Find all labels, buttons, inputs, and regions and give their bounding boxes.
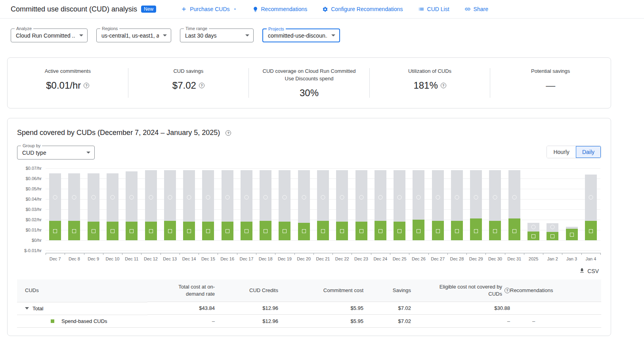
circle-marker [397, 195, 402, 199]
help-icon[interactable]: ? [225, 130, 231, 136]
cud-list-button[interactable]: CUD List [418, 6, 449, 12]
bar-dec-19[interactable] [279, 170, 290, 240]
purchase-cuds-button[interactable]: Purchase CUDs [181, 6, 237, 12]
projects-select[interactable]: Projects committed-use-discoun... [262, 28, 340, 42]
x-axis-tick [428, 253, 429, 255]
bar-dec-20[interactable] [298, 170, 310, 240]
x-axis-tick [237, 253, 237, 255]
circle-marker [72, 195, 76, 199]
chevron-down-icon [163, 34, 167, 36]
regions-select[interactable]: Regions us-central1, us-east1, a... [96, 28, 171, 42]
link-icon [464, 6, 471, 12]
help-icon[interactable]: ? [441, 83, 446, 88]
bar-dec-18[interactable] [260, 170, 271, 240]
download-csv-button[interactable]: CSV [577, 266, 601, 276]
column-cud-credits: CUD Credits [215, 279, 278, 302]
daily-toggle-button[interactable]: Daily [576, 146, 601, 158]
download-icon [579, 268, 585, 275]
cud-breakdown-table: CUDs Total cost at on-demand rate CUD Cr… [17, 279, 601, 328]
bar-dec-9[interactable] [88, 173, 99, 240]
bar-dec-23[interactable] [355, 170, 367, 240]
bar-dec-10[interactable] [107, 173, 118, 240]
bar-dec-28[interactable] [451, 170, 463, 240]
bar-dec-27[interactable] [432, 170, 444, 240]
bar-dec-26[interactable] [413, 170, 424, 240]
bar-jan-3[interactable] [566, 227, 578, 240]
y-axis-label: $0.01/hr [14, 228, 42, 232]
bar-jan-4[interactable] [585, 175, 597, 240]
gear-icon [322, 6, 328, 12]
square-marker [570, 233, 574, 237]
configure-recommendations-button[interactable]: Configure Recommendations [322, 6, 403, 12]
bar-dec-12[interactable] [145, 170, 157, 240]
circle-marker [455, 195, 459, 199]
bar-2025[interactable] [527, 223, 539, 240]
spend-covered-card: Spend covered by CUDs (December 7, 2024 … [7, 118, 611, 336]
bar-jan-2[interactable] [547, 223, 558, 240]
square-marker [321, 229, 325, 233]
x-axis-label: Dec 28 [450, 256, 464, 261]
square-marker [455, 229, 459, 233]
x-axis-tick [466, 253, 467, 255]
help-icon[interactable]: ? [84, 83, 89, 88]
bar-dec-14[interactable] [183, 170, 195, 240]
y-axis-label: $0.02/hr [14, 217, 42, 222]
bar-dec-8[interactable] [68, 173, 80, 240]
x-axis-tick [103, 253, 103, 255]
x-axis-tick [161, 253, 161, 255]
help-icon[interactable]: ? [504, 288, 510, 293]
circle-marker [493, 195, 497, 199]
x-axis-tick [524, 253, 524, 255]
bar-dec-15[interactable] [202, 170, 214, 240]
x-axis-label: Dec 23 [354, 256, 368, 261]
gridline [46, 251, 600, 251]
time-range-select[interactable]: Time range Last 30 days [180, 28, 254, 42]
bar-dec-7[interactable] [49, 173, 61, 240]
bar-dec-29[interactable] [470, 170, 482, 240]
collapse-row-icon[interactable] [25, 307, 29, 310]
x-axis-tick [84, 253, 84, 255]
group-by-select[interactable]: Group by CUD type [17, 146, 95, 160]
x-axis-label: Jan 2 [547, 256, 558, 261]
square-marker [206, 229, 210, 233]
table-row-spend-based-cuds: Spend-based CUDs – $12.96 $5.95 $7.02 – … [17, 315, 601, 328]
x-axis-tick [180, 253, 180, 255]
square-marker [436, 229, 440, 233]
x-axis-tick [256, 253, 256, 255]
analyze-select[interactable]: Analyze Cloud Run Committed ... [11, 28, 88, 42]
circle-marker [130, 195, 134, 199]
filter-bar: Analyze Cloud Run Committed ... Regions … [0, 19, 644, 46]
bar-dec-25[interactable] [394, 170, 405, 240]
bar-dec-22[interactable] [336, 170, 348, 240]
x-axis-tick [141, 253, 141, 255]
bar-dec-30[interactable] [489, 170, 501, 240]
x-axis-label: Dec 18 [259, 256, 273, 261]
bar-dec-24[interactable] [375, 170, 386, 240]
chevron-down-icon [233, 7, 237, 11]
chart-plot: $0.07/hr$0.06/hr$0.05/hr$0.04/hr$0.03/hr… [46, 168, 600, 254]
share-button[interactable]: Share [464, 6, 488, 12]
x-axis-label: Dec 12 [144, 256, 158, 261]
hourly-toggle-button[interactable]: Hourly [547, 146, 575, 158]
bar-dec-17[interactable] [241, 170, 252, 240]
circle-marker [550, 225, 555, 229]
bar-dec-31[interactable] [508, 170, 520, 240]
x-axis-label: Dec 8 [69, 256, 80, 261]
help-icon[interactable]: ? [199, 83, 204, 88]
circle-marker [283, 195, 287, 199]
chevron-down-icon [79, 34, 83, 36]
bar-dec-21[interactable] [317, 170, 329, 240]
circle-marker [187, 195, 191, 199]
square-marker [531, 234, 535, 238]
column-eligible-cost: Eligible cost not covered by CUDs? [411, 279, 510, 302]
recommendations-button[interactable]: Recommendations [252, 6, 308, 12]
x-axis-label: Dec 19 [278, 256, 292, 261]
bar-dec-11[interactable] [126, 171, 138, 240]
gridline [46, 168, 600, 169]
circle-marker [378, 195, 382, 199]
bar-dec-16[interactable] [222, 170, 233, 240]
square-marker [149, 229, 153, 233]
x-axis-label: Dec 26 [412, 256, 426, 261]
bar-dec-13[interactable] [164, 170, 176, 240]
square-marker [512, 229, 516, 233]
